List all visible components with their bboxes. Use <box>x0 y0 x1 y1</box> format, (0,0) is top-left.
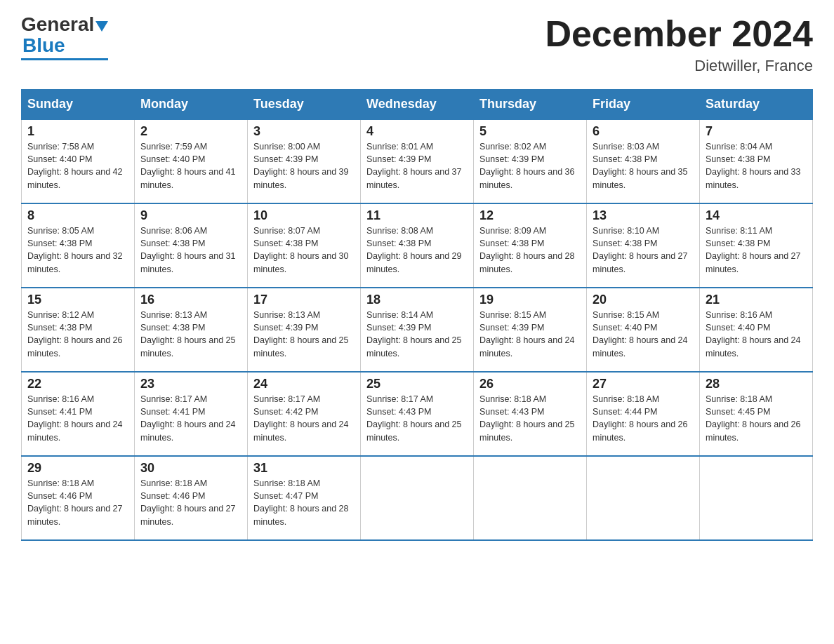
day-info: Sunrise: 8:15 AMSunset: 4:39 PMDaylight:… <box>479 310 575 358</box>
cell-week3-day3: 18 Sunrise: 8:14 AMSunset: 4:39 PMDaylig… <box>361 288 474 372</box>
cell-week2-day5: 13 Sunrise: 8:10 AMSunset: 4:38 PMDaylig… <box>587 203 700 288</box>
cell-week1-day3: 4 Sunrise: 8:01 AMSunset: 4:39 PMDayligh… <box>361 119 474 203</box>
day-info: Sunrise: 8:12 AMSunset: 4:38 PMDaylight:… <box>27 310 123 358</box>
cell-week4-day0: 22 Sunrise: 8:16 AMSunset: 4:41 PMDaylig… <box>22 372 135 456</box>
day-info: Sunrise: 8:01 AMSunset: 4:39 PMDaylight:… <box>366 142 462 189</box>
week-row-1: 1 Sunrise: 7:58 AMSunset: 4:40 PMDayligh… <box>22 119 813 203</box>
day-number: 26 <box>479 377 581 391</box>
cell-week2-day2: 10 Sunrise: 8:07 AMSunset: 4:38 PMDaylig… <box>248 203 361 288</box>
cell-week1-day0: 1 Sunrise: 7:58 AMSunset: 4:40 PMDayligh… <box>22 119 135 203</box>
cell-week4-day5: 27 Sunrise: 8:18 AMSunset: 4:44 PMDaylig… <box>587 372 700 456</box>
day-info: Sunrise: 8:11 AMSunset: 4:38 PMDaylight:… <box>706 226 801 274</box>
cell-week1-day5: 6 Sunrise: 8:03 AMSunset: 4:38 PMDayligh… <box>587 119 700 203</box>
cell-week2-day4: 12 Sunrise: 8:09 AMSunset: 4:38 PMDaylig… <box>474 203 587 288</box>
day-info: Sunrise: 8:02 AMSunset: 4:39 PMDaylight:… <box>479 142 575 189</box>
cell-week4-day2: 24 Sunrise: 8:17 AMSunset: 4:42 PMDaylig… <box>248 372 361 456</box>
cell-week2-day0: 8 Sunrise: 8:05 AMSunset: 4:38 PMDayligh… <box>22 203 135 288</box>
day-info: Sunrise: 8:04 AMSunset: 4:38 PMDaylight:… <box>706 142 801 189</box>
day-number: 13 <box>593 208 694 223</box>
day-info: Sunrise: 8:16 AMSunset: 4:41 PMDaylight:… <box>27 394 123 442</box>
day-number: 25 <box>366 377 468 391</box>
cell-week5-day6 <box>700 456 813 540</box>
header-friday: Friday <box>587 90 700 120</box>
day-info: Sunrise: 8:03 AMSunset: 4:38 PMDaylight:… <box>593 142 688 189</box>
day-info: Sunrise: 8:15 AMSunset: 4:40 PMDaylight:… <box>593 310 688 358</box>
week-row-2: 8 Sunrise: 8:05 AMSunset: 4:38 PMDayligh… <box>22 203 813 288</box>
header-sunday: Sunday <box>22 90 135 120</box>
day-info: Sunrise: 8:18 AMSunset: 4:47 PMDaylight:… <box>253 478 349 526</box>
day-info: Sunrise: 8:00 AMSunset: 4:39 PMDaylight:… <box>253 142 349 189</box>
logo-blue: Blue <box>22 34 65 57</box>
cell-week5-day2: 31 Sunrise: 8:18 AMSunset: 4:47 PMDaylig… <box>248 456 361 540</box>
day-number: 24 <box>253 377 355 391</box>
day-number: 18 <box>366 293 468 307</box>
day-number: 28 <box>706 377 807 391</box>
cell-week5-day4 <box>474 456 587 540</box>
cell-week2-day6: 14 Sunrise: 8:11 AMSunset: 4:38 PMDaylig… <box>700 203 813 288</box>
cell-week3-day6: 21 Sunrise: 8:16 AMSunset: 4:40 PMDaylig… <box>700 288 813 372</box>
header-tuesday: Tuesday <box>248 90 361 120</box>
cell-week1-day4: 5 Sunrise: 8:02 AMSunset: 4:39 PMDayligh… <box>474 119 587 203</box>
header-wednesday: Wednesday <box>361 90 474 120</box>
page-header: General Blue December 2024 Dietwiller, F… <box>21 14 813 75</box>
day-info: Sunrise: 8:17 AMSunset: 4:41 PMDaylight:… <box>140 394 236 442</box>
calendar-header-row: Sunday Monday Tuesday Wednesday Thursday… <box>22 90 813 120</box>
day-number: 12 <box>479 208 581 223</box>
week-row-5: 29 Sunrise: 8:18 AMSunset: 4:46 PMDaylig… <box>22 456 813 540</box>
day-info: Sunrise: 8:10 AMSunset: 4:38 PMDaylight:… <box>593 226 688 274</box>
day-info: Sunrise: 8:17 AMSunset: 4:43 PMDaylight:… <box>366 394 462 442</box>
day-info: Sunrise: 8:08 AMSunset: 4:38 PMDaylight:… <box>366 226 462 274</box>
cell-week4-day4: 26 Sunrise: 8:18 AMSunset: 4:43 PMDaylig… <box>474 372 587 456</box>
day-number: 4 <box>366 124 468 139</box>
day-number: 22 <box>27 377 128 391</box>
day-number: 30 <box>140 461 241 476</box>
day-number: 9 <box>140 208 241 223</box>
day-number: 1 <box>27 124 128 139</box>
day-number: 31 <box>253 461 355 476</box>
day-number: 7 <box>706 124 807 139</box>
day-number: 10 <box>253 208 355 223</box>
day-number: 2 <box>140 124 241 139</box>
day-number: 8 <box>27 208 128 223</box>
week-row-3: 15 Sunrise: 8:12 AMSunset: 4:38 PMDaylig… <box>22 288 813 372</box>
day-info: Sunrise: 8:17 AMSunset: 4:42 PMDaylight:… <box>253 394 349 442</box>
day-info: Sunrise: 8:18 AMSunset: 4:44 PMDaylight:… <box>593 394 688 442</box>
day-info: Sunrise: 8:13 AMSunset: 4:39 PMDaylight:… <box>253 310 349 358</box>
day-info: Sunrise: 8:06 AMSunset: 4:38 PMDaylight:… <box>140 226 236 274</box>
day-number: 23 <box>140 377 241 391</box>
day-number: 3 <box>253 124 355 139</box>
week-row-4: 22 Sunrise: 8:16 AMSunset: 4:41 PMDaylig… <box>22 372 813 456</box>
cell-week3-day5: 20 Sunrise: 8:15 AMSunset: 4:40 PMDaylig… <box>587 288 700 372</box>
cell-week5-day0: 29 Sunrise: 8:18 AMSunset: 4:46 PMDaylig… <box>22 456 135 540</box>
calendar-table: Sunday Monday Tuesday Wednesday Thursday… <box>21 89 813 541</box>
cell-week5-day1: 30 Sunrise: 8:18 AMSunset: 4:46 PMDaylig… <box>135 456 248 540</box>
day-number: 20 <box>593 293 694 307</box>
logo: General Blue <box>21 14 108 60</box>
header-monday: Monday <box>135 90 248 120</box>
day-number: 6 <box>593 124 694 139</box>
day-number: 16 <box>140 293 241 307</box>
day-info: Sunrise: 8:16 AMSunset: 4:40 PMDaylight:… <box>706 310 801 358</box>
cell-week2-day3: 11 Sunrise: 8:08 AMSunset: 4:38 PMDaylig… <box>361 203 474 288</box>
logo-underline <box>21 58 108 60</box>
cell-week2-day1: 9 Sunrise: 8:06 AMSunset: 4:38 PMDayligh… <box>135 203 248 288</box>
day-number: 29 <box>27 461 128 476</box>
day-number: 27 <box>593 377 694 391</box>
day-number: 19 <box>479 293 581 307</box>
day-number: 21 <box>706 293 807 307</box>
day-info: Sunrise: 8:14 AMSunset: 4:39 PMDaylight:… <box>366 310 462 358</box>
day-number: 14 <box>706 208 807 223</box>
day-number: 5 <box>479 124 581 139</box>
cell-week3-day2: 17 Sunrise: 8:13 AMSunset: 4:39 PMDaylig… <box>248 288 361 372</box>
cell-week4-day3: 25 Sunrise: 8:17 AMSunset: 4:43 PMDaylig… <box>361 372 474 456</box>
day-info: Sunrise: 7:59 AMSunset: 4:40 PMDaylight:… <box>140 142 236 189</box>
header-saturday: Saturday <box>700 90 813 120</box>
cell-week1-day1: 2 Sunrise: 7:59 AMSunset: 4:40 PMDayligh… <box>135 119 248 203</box>
day-number: 15 <box>27 293 128 307</box>
calendar-subtitle: Dietwiller, France <box>545 57 813 75</box>
day-info: Sunrise: 8:05 AMSunset: 4:38 PMDaylight:… <box>27 226 123 274</box>
day-number: 11 <box>366 208 468 223</box>
day-info: Sunrise: 8:18 AMSunset: 4:46 PMDaylight:… <box>27 478 123 526</box>
cell-week3-day1: 16 Sunrise: 8:13 AMSunset: 4:38 PMDaylig… <box>135 288 248 372</box>
header-thursday: Thursday <box>474 90 587 120</box>
